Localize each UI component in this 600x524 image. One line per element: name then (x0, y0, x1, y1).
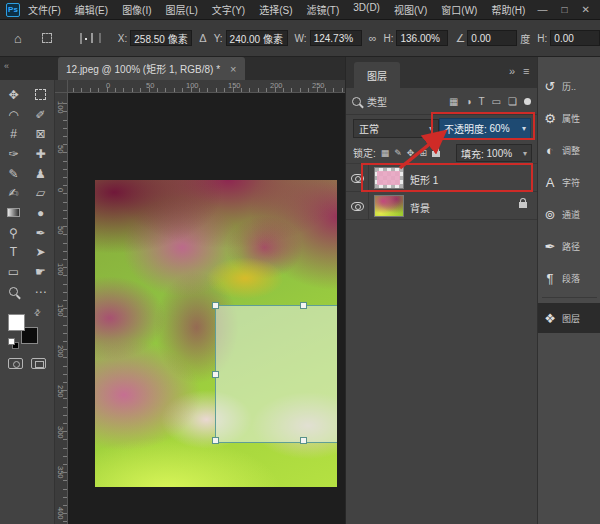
h-input[interactable]: 136.00% (396, 30, 448, 46)
tab-close-icon[interactable]: × (230, 63, 236, 75)
filter-type-dropdown[interactable]: 类型 (367, 94, 387, 109)
foreground-color-swatch[interactable] (8, 314, 25, 331)
transform-tool-icon[interactable] (42, 31, 52, 46)
toolbar-collapse-icon[interactable]: « (4, 61, 8, 71)
eyedropper-tool[interactable]: ✑ (0, 144, 27, 164)
ruler-origin-corner[interactable] (55, 80, 68, 93)
relative-position-icon[interactable]: Δ (199, 32, 206, 44)
smart-object-filter-icon[interactable]: ❏ (508, 96, 517, 107)
dock-item-paths[interactable]: ✒ 路径 (538, 231, 600, 261)
layer-row-rectangle-1[interactable]: 矩形 1 (346, 164, 537, 192)
vertical-ruler[interactable]: 100 50 0 50 100 150 200 250 300 350 400 (55, 93, 68, 524)
maximize-button[interactable]: □ (562, 4, 568, 15)
dock-item-properties[interactable]: ⚙ 属性 (538, 103, 600, 133)
filter-switch-icon[interactable] (524, 98, 531, 105)
skew-h-input[interactable]: 0.00 (550, 30, 600, 46)
zoom-tool[interactable] (0, 282, 27, 302)
menu-layer[interactable]: 图层(L) (166, 2, 198, 17)
brush-tool[interactable]: ✎ (0, 164, 27, 184)
horizontal-ruler[interactable]: 0 50 100 150 200 250 (68, 80, 345, 93)
panel-menu-icon[interactable]: ≡ (523, 65, 529, 77)
transform-handle-bottom-left[interactable] (212, 437, 219, 444)
x-input[interactable]: 258.50 像素 (130, 30, 192, 46)
adjustment-layer-filter-icon[interactable]: ◑ (465, 96, 471, 107)
menu-window[interactable]: 窗口(W) (441, 2, 477, 17)
pen-tool[interactable]: ✒ (27, 223, 54, 243)
lock-artboard-icon[interactable]: ⊞ (419, 148, 427, 158)
home-icon[interactable]: ⌂ (14, 31, 22, 46)
menu-view[interactable]: 视图(V) (394, 2, 427, 17)
healing-brush-tool[interactable]: ✚ (27, 144, 54, 164)
transform-handle-top-middle[interactable] (300, 302, 307, 309)
stack-icon[interactable] (99, 33, 101, 43)
screen-mode-button[interactable] (31, 358, 46, 369)
toggle-reference-icon[interactable] (91, 33, 93, 43)
dock-item-history[interactable]: ↺ 历.. (538, 71, 600, 101)
path-selection-tool[interactable]: ➤ (27, 243, 54, 263)
w-input[interactable]: 124.73% (310, 30, 362, 46)
layer-thumbnail[interactable] (374, 195, 404, 217)
default-colors-icon[interactable] (8, 338, 15, 345)
menu-file[interactable]: 文件(F) (28, 2, 61, 17)
minimize-button[interactable]: — (538, 4, 548, 15)
close-button[interactable]: ✕ (582, 4, 590, 15)
dodge-tool[interactable]: ⚲ (0, 223, 27, 243)
reference-point-widget[interactable] (80, 33, 82, 44)
type-layer-filter-icon[interactable]: T (478, 96, 484, 107)
canvas-image[interactable] (95, 180, 337, 487)
eye-icon[interactable] (351, 174, 364, 183)
frame-tool[interactable]: ⊠ (27, 124, 54, 144)
link-dimensions-icon[interactable]: ∞ (369, 32, 377, 44)
document-tab[interactable]: 12.jpeg @ 100% (矩形 1, RGB/8) * × (58, 57, 245, 80)
menu-filter[interactable]: 滤镜(T) (307, 2, 340, 17)
crop-tool[interactable]: # (0, 124, 27, 144)
y-input[interactable]: 240.00 像素 (226, 30, 288, 46)
rectangular-marquee-tool[interactable] (27, 85, 54, 105)
eraser-tool[interactable]: ▱ (27, 183, 54, 203)
menu-help[interactable]: 帮助(H) (491, 2, 525, 17)
quick-mask-button[interactable] (8, 358, 23, 369)
rectangle-tool[interactable]: ▭ (0, 262, 27, 282)
menu-type[interactable]: 文字(Y) (212, 2, 245, 17)
dock-item-layers[interactable]: ❖ 图层 (538, 303, 600, 333)
type-tool[interactable]: T (0, 243, 27, 263)
layer-row-background[interactable]: 背景 (346, 192, 537, 220)
clone-stamp-tool[interactable]: ♟ (27, 164, 54, 184)
move-tool[interactable]: ✥ (0, 85, 27, 105)
gradient-tool[interactable] (0, 203, 27, 223)
lasso-tool[interactable]: ◠ (0, 105, 27, 125)
layer-name[interactable]: 背景 (410, 200, 430, 215)
layer-name[interactable]: 矩形 1 (410, 172, 438, 187)
eye-icon[interactable] (351, 202, 364, 211)
visibility-cell[interactable] (346, 164, 369, 192)
menu-image[interactable]: 图像(I) (122, 2, 151, 17)
menu-edit[interactable]: 编辑(E) (75, 2, 108, 17)
menu-select[interactable]: 选择(S) (259, 2, 292, 17)
lock-transparent-pixels-icon[interactable]: ▦ (381, 148, 390, 158)
dock-item-paragraph[interactable]: ¶ 段落 (538, 263, 600, 293)
quick-selection-tool[interactable]: ✐ (27, 105, 54, 125)
dock-item-character[interactable]: A 字符 (538, 167, 600, 197)
lock-all-icon[interactable] (432, 151, 440, 157)
dock-item-channels[interactable]: ⊚ 通道 (538, 199, 600, 229)
dock-item-adjustments[interactable]: ◐ 调整 (538, 135, 600, 165)
hand-tool[interactable]: ☛ (27, 262, 54, 282)
layers-panel-tab[interactable]: 图层 (354, 62, 400, 88)
transform-handle-bottom-middle[interactable] (300, 437, 307, 444)
shape-layer-filter-icon[interactable]: ▭ (492, 96, 501, 107)
edit-toolbar-button[interactable]: ⋯ (27, 282, 54, 302)
transform-handle-middle-left[interactable] (212, 371, 219, 378)
lock-position-icon[interactable]: ✥ (407, 148, 415, 158)
blend-mode-select[interactable]: 正常 ▾ (353, 119, 439, 138)
opacity-control[interactable]: 不透明度: 60% ▾ (439, 118, 531, 139)
panel-collapse-icon[interactable]: » (509, 65, 515, 77)
transform-rectangle[interactable] (215, 305, 337, 443)
lock-image-pixels-icon[interactable]: ✎ (394, 148, 402, 158)
pixel-layer-filter-icon[interactable]: ▦ (449, 96, 458, 107)
blur-tool[interactable]: ● (27, 203, 54, 223)
visibility-cell[interactable] (346, 192, 369, 220)
transform-handle-top-left[interactable] (212, 302, 219, 309)
fill-control[interactable]: 填充: 100% ▾ (456, 144, 532, 162)
history-brush-tool[interactable]: ✍ (0, 183, 27, 203)
menu-3d[interactable]: 3D(D) (353, 2, 380, 17)
